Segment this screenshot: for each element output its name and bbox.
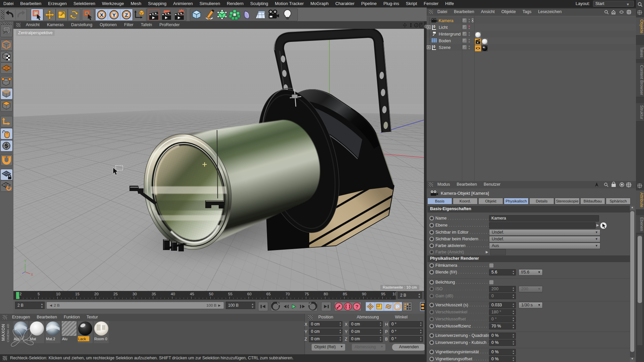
svg-text:95: 95 xyxy=(381,292,385,296)
svg-text:0: 0 xyxy=(433,45,435,49)
svg-text:Licht: Licht xyxy=(439,25,448,30)
svg-text:Lack: Lack xyxy=(78,337,86,341)
svg-text:45: 45 xyxy=(190,292,194,296)
svg-text:P: P xyxy=(396,304,399,309)
svg-text:2: 2 xyxy=(19,292,21,296)
svg-text:80: 80 xyxy=(324,292,328,296)
svg-text:Mat.2: Mat.2 xyxy=(46,337,55,341)
svg-text:Alu: Alu xyxy=(62,337,67,341)
svg-text:Y: Y xyxy=(24,259,26,263)
svg-text:S: S xyxy=(5,143,8,149)
svg-text:70: 70 xyxy=(285,292,290,296)
svg-text:Room 0: Room 0 xyxy=(94,337,107,341)
svg-text:100: 100 xyxy=(392,292,396,296)
svg-text:25: 25 xyxy=(113,292,118,296)
svg-text:X: X xyxy=(31,273,33,277)
svg-text:90: 90 xyxy=(362,292,366,296)
svg-text:Szene: Szene xyxy=(439,45,450,50)
svg-text:Boden: Boden xyxy=(439,39,451,43)
svg-text:55: 55 xyxy=(228,292,232,296)
svg-text:65: 65 xyxy=(266,292,271,296)
svg-text:35: 35 xyxy=(152,292,156,296)
svg-text:20: 20 xyxy=(94,292,99,296)
svg-text:Y: Y xyxy=(112,12,116,18)
svg-text:40: 40 xyxy=(171,292,175,296)
svg-text:?: ? xyxy=(355,304,358,309)
svg-text:Hintergrund: Hintergrund xyxy=(439,32,461,37)
svg-text:50: 50 xyxy=(209,292,213,296)
svg-text:5: 5 xyxy=(38,292,40,296)
svg-text:85: 85 xyxy=(343,292,347,296)
svg-text:10: 10 xyxy=(56,292,60,296)
svg-text:0: 0 xyxy=(433,25,435,28)
svg-text:30: 30 xyxy=(132,292,137,296)
svg-text:Z: Z xyxy=(125,12,128,18)
svg-text:X: X xyxy=(100,12,103,18)
svg-text:15: 15 xyxy=(75,292,79,296)
svg-text:Kamera: Kamera xyxy=(439,18,453,23)
svg-text:60: 60 xyxy=(247,292,252,296)
svg-text:75: 75 xyxy=(305,292,309,296)
